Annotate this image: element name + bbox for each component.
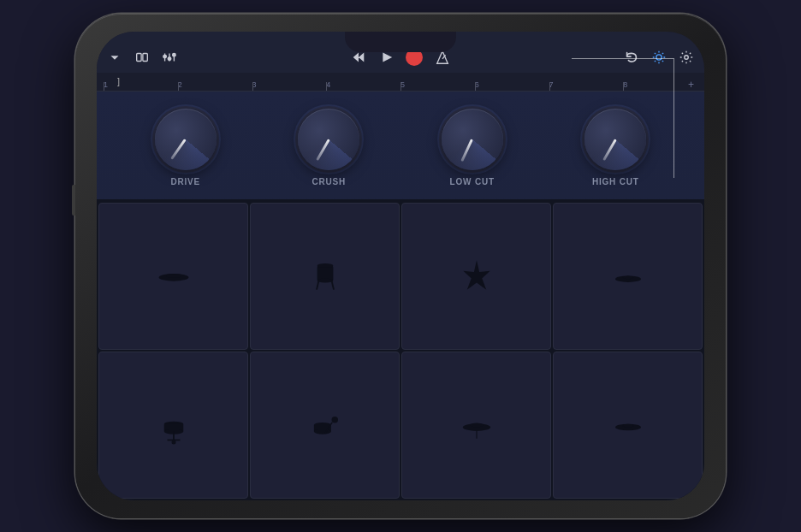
svg-line-26 [331,281,334,290]
low-cut-label: LOW CUT [450,177,495,186]
ruler-section-5: 5 [400,89,475,91]
pad-burst[interactable] [401,203,551,350]
pad-cymbal-small-icon [607,255,650,298]
pad-drum-icon [304,255,347,298]
svg-point-39 [331,417,338,423]
ruler-tick-5 [400,82,401,91]
mixer-icon[interactable] [162,50,177,65]
svg-line-16 [662,61,663,62]
low-cut-knob[interactable] [442,109,503,170]
svg-point-21 [166,274,181,278]
svg-rect-0 [137,54,141,62]
pad-cymbal-large[interactable] [401,352,551,499]
high-cut-label: HIGH CUT [592,177,639,186]
pad-drum[interactable] [250,203,400,350]
drive-indicator [170,139,187,160]
svg-marker-27 [463,260,490,289]
knobs-section: DRIVE CRUSH LOW CUT [97,92,704,199]
phone-screen: ] 1 2 3 4 [97,32,704,500]
pads-grid [97,201,704,500]
svg-point-19 [685,56,689,60]
svg-point-42 [470,423,483,428]
drive-knob[interactable] [155,109,217,170]
ruler-tick-3 [252,82,253,91]
high-cut-indicator [602,139,617,161]
ruler-tick-7 [549,82,550,91]
svg-point-24 [317,279,333,283]
svg-rect-1 [143,54,147,62]
svg-line-17 [662,53,663,54]
ruler-section-4: 4 [326,89,400,91]
pad-cymbal-ride[interactable] [553,352,703,499]
timeline-ruler: ] 1 2 3 4 [97,73,704,92]
crush-label: CRUSH [312,177,346,186]
ruler: ] 1 2 3 4 [104,73,697,91]
settings-icon[interactable] [679,50,694,65]
phone-frame: ] 1 2 3 4 [75,14,726,518]
loop-icon[interactable] [134,50,150,65]
ruler-tick-6 [475,82,476,91]
notch [345,32,456,52]
low-cut-indicator [461,139,474,162]
ruler-marks: 1 2 3 4 5 [104,73,697,91]
high-cut-knob[interactable] [584,109,646,170]
pad-cymbal-ride-icon [607,404,650,446]
svg-point-29 [622,275,633,279]
crush-indicator [316,139,330,161]
svg-point-7 [173,54,176,57]
ruler-section-7: 7 [549,89,624,91]
pad-tom[interactable] [250,352,400,499]
drive-label: DRIVE [170,177,200,186]
svg-line-25 [317,281,319,290]
pad-tom-icon [304,404,347,446]
svg-point-23 [317,263,333,268]
svg-point-35 [171,440,175,445]
pad-snare-icon [152,404,195,446]
ruler-add-button[interactable]: + [688,79,694,91]
svg-point-6 [168,57,171,61]
ruler-tick-2 [178,82,179,91]
ruler-section-1: 1 [104,89,178,91]
svg-marker-8 [437,51,448,63]
pad-burst-icon [455,255,498,298]
high-cut-knob-container: HIGH CUT [584,109,646,186]
side-button[interactable] [72,185,75,216]
main-area: DRIVE CRUSH LOW CUT [97,92,704,500]
crush-knob[interactable] [298,109,359,170]
ruler-section-6: 6 [475,89,549,91]
ruler-section-2: 2 [178,89,252,91]
ruler-section-3: 3 [252,89,327,91]
pad-cymbal-large-icon [455,404,498,446]
brightness-icon[interactable] [651,50,667,65]
svg-rect-22 [317,266,333,281]
ruler-tick-8 [623,82,624,91]
drive-knob-container: DRIVE [155,109,217,186]
pad-snare[interactable] [98,352,248,499]
pad-cymbal-small[interactable] [553,203,703,350]
svg-point-38 [313,429,330,434]
ruler-section-8: 8 [623,89,697,91]
svg-point-10 [656,55,662,60]
ruler-tick-4 [326,82,327,91]
toolbar-right [498,50,694,65]
pad-hihat[interactable] [98,203,248,350]
svg-point-5 [163,55,167,58]
svg-point-45 [622,424,633,428]
pad-hihat-icon [152,255,195,298]
ruler-tick-1 [104,82,104,91]
svg-line-15 [655,53,656,54]
track-dropdown-icon[interactable] [107,50,122,65]
crush-knob-container: CRUSH [298,109,359,186]
playhead: ] [117,76,120,86]
undo-icon[interactable] [624,50,639,65]
svg-line-18 [655,61,656,62]
low-cut-knob-container: LOW CUT [442,109,503,186]
toolbar-left [107,50,303,65]
